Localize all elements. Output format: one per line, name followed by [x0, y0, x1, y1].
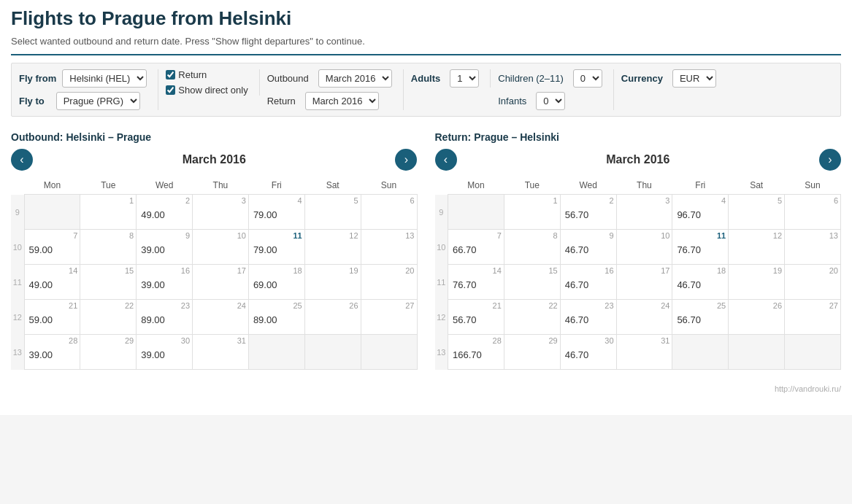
calendar-day[interactable]: 1476.70	[448, 265, 504, 300]
day-number: 3	[195, 196, 246, 205]
day-number: 9	[563, 231, 614, 240]
calendar-day[interactable]: 946.70	[560, 230, 616, 265]
day-number: 5	[731, 196, 782, 205]
children-label: Children (2–11)	[498, 73, 564, 84]
calendar-day[interactable]: 2556.70	[672, 300, 729, 335]
calendar-day[interactable]: 1639.00	[137, 265, 193, 300]
day-number: 29	[82, 336, 134, 345]
day-number: 29	[507, 336, 558, 345]
return-checkbox[interactable]	[166, 70, 175, 80]
week-number: 10	[435, 230, 448, 265]
calendar-day[interactable]: 2839.00	[24, 335, 80, 370]
day-number: 27	[364, 301, 415, 310]
calendar-day[interactable]: 939.00	[137, 230, 193, 265]
empty-day	[672, 335, 729, 370]
fly-from-select[interactable]: Helsinki (HEL)	[62, 69, 147, 88]
day-header: Sat	[304, 177, 361, 195]
calendar-day: 19	[729, 265, 785, 300]
calendar-day[interactable]: 1179.00	[248, 230, 304, 265]
calendar-day: 3	[193, 195, 249, 230]
currency-select[interactable]: EUR USD	[672, 69, 716, 88]
children-select[interactable]: 0 1	[573, 69, 602, 88]
calendar-day[interactable]: 3039.00	[137, 335, 193, 370]
day-header: Wed	[137, 177, 193, 195]
calendar-day[interactable]: 1869.00	[248, 265, 304, 300]
outbound-next-button[interactable]: ›	[395, 149, 417, 171]
calendar-day[interactable]: 1449.00	[24, 265, 80, 300]
calendar-day[interactable]: 1176.70	[672, 230, 729, 265]
bottom-url: http://vandrouki.ru/	[11, 384, 841, 393]
calendar-day[interactable]: 1846.70	[672, 265, 729, 300]
calendar-day[interactable]: 766.70	[448, 230, 504, 265]
day-price: 49.00	[139, 209, 190, 220]
day-number: 21	[450, 301, 502, 310]
outbound-month-select[interactable]: March 2016	[318, 69, 392, 88]
calendar-day[interactable]: 28166.70	[448, 335, 504, 370]
week-number: 11	[11, 265, 24, 300]
calendar-day: 3	[616, 195, 672, 230]
infants-select[interactable]: 0 1	[536, 92, 565, 110]
day-number: 18	[675, 266, 726, 275]
week-number: 11	[435, 265, 448, 300]
day-number: 16	[139, 266, 190, 275]
adults-select[interactable]: 1 2	[450, 69, 479, 88]
day-number: 14	[450, 266, 502, 275]
calendar-day: 27	[785, 300, 841, 335]
return-next-button[interactable]: ›	[819, 149, 841, 171]
day-number: 22	[507, 301, 558, 310]
week-number: 13	[435, 335, 448, 370]
day-number: 17	[195, 266, 246, 275]
calendar-day[interactable]: 3046.70	[560, 335, 616, 370]
controls-panel: Fly from Helsinki (HEL) Fly to Prague (P…	[11, 63, 841, 117]
day-number: 30	[563, 336, 614, 345]
day-number: 30	[139, 336, 190, 345]
day-number: 20	[364, 266, 415, 275]
outbound-calendar-title: Outbound: Helsinki – Prague	[11, 131, 418, 143]
calendar-day[interactable]: 496.70	[672, 195, 729, 230]
calendar-day: 5	[304, 195, 361, 230]
return-calendar-table: MonTueWedThuFriSatSun 91256.703496.70561…	[435, 177, 842, 370]
show-direct-checkbox-label[interactable]: Show direct only	[166, 85, 247, 96]
return-month-select[interactable]: March 2016	[305, 92, 379, 110]
calendar-day[interactable]: 256.70	[560, 195, 616, 230]
day-number: 12	[307, 231, 358, 240]
calendar-day[interactable]: 1646.70	[560, 265, 616, 300]
adults-label: Adults	[411, 73, 440, 84]
calendar-day[interactable]: 249.00	[137, 195, 193, 230]
calendar-day: 12	[304, 230, 361, 265]
calendar-day[interactable]: 2346.70	[560, 300, 616, 335]
calendar-day: 17	[193, 265, 249, 300]
calendar-day: 8	[504, 230, 560, 265]
day-number: 23	[139, 301, 190, 310]
day-number: 1	[82, 196, 134, 205]
day-number: 26	[731, 301, 782, 310]
calendar-day[interactable]: 2159.00	[24, 300, 80, 335]
calendar-day: 1	[80, 195, 137, 230]
empty-day	[785, 335, 841, 370]
calendar-day[interactable]: 2389.00	[137, 300, 193, 335]
calendar-day: 15	[80, 265, 137, 300]
day-price: 49.00	[27, 279, 78, 290]
return-checkbox-label[interactable]: Return	[166, 69, 207, 80]
calendar-day[interactable]: 759.00	[24, 230, 80, 265]
calendar-day: 24	[193, 300, 249, 335]
calendar-day[interactable]: 2156.70	[448, 300, 504, 335]
day-number: 2	[139, 196, 190, 205]
fly-to-select[interactable]: Prague (PRG)	[56, 92, 140, 110]
fly-to-label: Fly to	[19, 96, 45, 106]
show-direct-checkbox[interactable]	[166, 85, 175, 95]
day-number: 27	[787, 301, 838, 310]
day-number: 20	[787, 266, 838, 275]
day-header: Tue	[504, 177, 560, 195]
day-number: 19	[307, 266, 358, 275]
day-number: 1	[507, 196, 558, 205]
calendar-day: 15	[504, 265, 560, 300]
week-number: 12	[435, 300, 448, 335]
day-number: 21	[27, 301, 78, 310]
empty-day	[448, 195, 504, 230]
outbound-prev-button[interactable]: ‹	[11, 149, 33, 171]
calendar-day[interactable]: 479.00	[248, 195, 304, 230]
return-prev-button[interactable]: ‹	[435, 149, 457, 171]
calendar-day[interactable]: 2589.00	[248, 300, 304, 335]
week-number: 9	[11, 195, 24, 230]
